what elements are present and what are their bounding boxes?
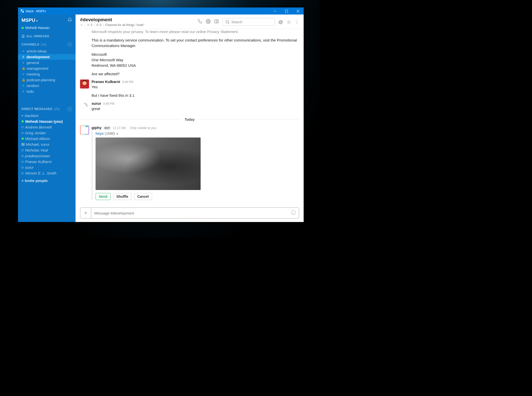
pin-count[interactable]: 0 — [96, 23, 101, 27]
avatar[interactable] — [80, 126, 89, 134]
search-icon — [225, 20, 230, 24]
presence-away-icon — [22, 172, 24, 174]
gif-preview[interactable] — [96, 138, 201, 190]
window-close-button[interactable] — [292, 8, 304, 14]
message-text: One Microsoft Way — [92, 58, 123, 62]
message-author[interactable]: Pranav Kulkarni — [92, 80, 120, 84]
add-channel-button[interactable]: + — [68, 42, 72, 47]
message-list: Microsoft respects your privacy. To lear… — [76, 29, 304, 206]
all-unreads[interactable]: ☰ ALL UNREADS — [18, 32, 76, 40]
presence-away-icon — [22, 149, 24, 151]
attachment-size: (1MB) — [105, 131, 115, 136]
details-pane-icon[interactable] — [214, 19, 219, 25]
attachment-link[interactable]: heyo — [96, 131, 104, 136]
svg-point-6 — [226, 20, 229, 23]
presence-away-icon — [22, 132, 24, 134]
direct-messages-header[interactable]: DIRECT MESSAGES (25) + — [18, 104, 76, 113]
dm-greg-jordan[interactable]: Greg Jordan — [18, 130, 76, 136]
dm-count-badge: 2 — [22, 143, 25, 146]
message: Pranav Kulkarni 4:48 PM Yes But I have f… — [76, 78, 304, 100]
window-maximize-button[interactable] — [281, 8, 292, 14]
dm-vernon-smith[interactable]: Vernon E. L. Smith — [18, 170, 76, 176]
star-channel-button[interactable]: ☆ — [80, 23, 83, 27]
svg-point-2 — [88, 24, 89, 25]
add-dm-button[interactable]: + — [68, 107, 72, 111]
message-input[interactable] — [91, 211, 291, 215]
channel-random[interactable]: #random — [18, 83, 76, 88]
heart-icon: ♥ — [22, 114, 23, 117]
message-text: Yes — [92, 84, 299, 90]
dm-michael-allison[interactable]: Michael Allison — [18, 136, 76, 142]
search-input[interactable]: Search — [222, 18, 275, 26]
lock-icon: 🔒 — [22, 66, 25, 70]
svg-rect-4 — [215, 20, 218, 23]
svg-rect-0 — [274, 11, 276, 11]
dm-nicholas-veal[interactable]: Nicholas Veal — [18, 147, 76, 153]
member-count[interactable]: 3 — [87, 23, 92, 27]
mentions-icon[interactable]: @ — [278, 19, 283, 25]
invite-people-button[interactable]: + Invite people — [18, 176, 76, 185]
channel-meeting[interactable]: #meeting — [18, 71, 76, 77]
notifications-icon[interactable] — [68, 18, 72, 23]
settings-icon[interactable] — [206, 19, 211, 25]
presence-away-icon — [22, 155, 24, 157]
avatar[interactable] — [80, 101, 89, 110]
channel-management[interactable]: 🔒management — [18, 66, 76, 71]
presence-active-icon — [22, 138, 24, 140]
send-button[interactable]: Send — [96, 193, 111, 200]
message-time: 4:48 PM — [122, 80, 133, 84]
bot-badge: BOT — [104, 126, 111, 130]
shuffle-button[interactable]: Shuffle — [113, 193, 131, 200]
star-icon[interactable]: ☆ — [287, 19, 291, 25]
add-attachment-button[interactable]: + — [80, 208, 91, 218]
svg-point-3 — [208, 21, 209, 22]
channel-development[interactable]: #development — [18, 54, 76, 60]
message-author[interactable]: giphy — [92, 126, 102, 130]
current-user[interactable]: Mehedi Hassan — [18, 26, 76, 32]
sidebar: MSPU▾ Mehedi Hassan ☰ ALL UNREADS CHANNE… — [18, 14, 76, 222]
presence-away-icon — [22, 166, 24, 168]
channel-podcast-planning[interactable]: 🔒podcast-planning — [18, 77, 76, 83]
message-composer: + — [80, 208, 299, 218]
lock-icon: 🔒 — [22, 78, 25, 82]
workspace-switcher[interactable]: MSPU▾ — [22, 18, 38, 23]
dm-andrew-bennett[interactable]: Andrew Bennett — [18, 124, 76, 130]
channel-article-ideas[interactable]: #article-ideas — [18, 48, 76, 54]
message-author[interactable]: surur — [92, 101, 101, 106]
dm-slackbot[interactable]: ♥slackbot — [18, 113, 76, 118]
presence-away-icon — [22, 126, 24, 128]
presence-active-icon — [22, 120, 24, 122]
message: surur 4:49 PM great — [76, 100, 304, 113]
date-divider: Today — [80, 118, 299, 122]
channels-header[interactable]: CHANNELS (10) + — [18, 40, 76, 48]
channel-header: #development ☆ | 3 | 0 | — [76, 14, 304, 29]
channel-todo[interactable]: #todo — [18, 88, 76, 94]
dm-self[interactable]: Mehedi Hassan (you) — [18, 118, 76, 124]
call-icon[interactable] — [198, 19, 202, 25]
titlebar: Slack - MSPU — [18, 8, 304, 14]
dm-surur[interactable]: surur — [18, 164, 76, 170]
window-minimize-button[interactable] — [269, 8, 281, 14]
message-text: Microsoft — [92, 52, 107, 56]
message-text: Are we affected? — [92, 71, 299, 77]
chevron-down-icon[interactable]: ▾ — [117, 132, 118, 135]
channel-topic[interactable]: Channel for all things "code" — [105, 23, 145, 27]
message-text: Redmond, WA 98052 USA — [92, 63, 136, 68]
avatar[interactable] — [80, 80, 89, 88]
more-icon[interactable]: ⋮ — [295, 19, 299, 25]
main-pane: #development ☆ | 3 | 0 | — [76, 14, 304, 222]
svg-rect-1 — [285, 10, 288, 12]
message-text: great — [92, 106, 299, 112]
message-text: This is a mandatory service communicatio… — [92, 38, 299, 48]
dm-pradeepviswav[interactable]: pradeepviswav — [18, 153, 76, 159]
dm-michael-surur[interactable]: 2Michael, surur — [18, 142, 76, 147]
message-time: 4:49 PM — [103, 102, 114, 106]
window-title: Slack - MSPU — [26, 9, 46, 13]
message: giphy BOT 11:17 AM Only visible to you h… — [76, 124, 304, 202]
svg-line-7 — [228, 23, 229, 24]
emoji-picker-icon[interactable] — [291, 210, 296, 216]
dm-pranav-kulkarni[interactable]: Pranav Kulkarni — [18, 159, 76, 164]
cancel-button[interactable]: Cancel — [134, 193, 152, 200]
channel-name[interactable]: #development — [80, 17, 145, 22]
channel-general[interactable]: #general — [18, 60, 76, 66]
